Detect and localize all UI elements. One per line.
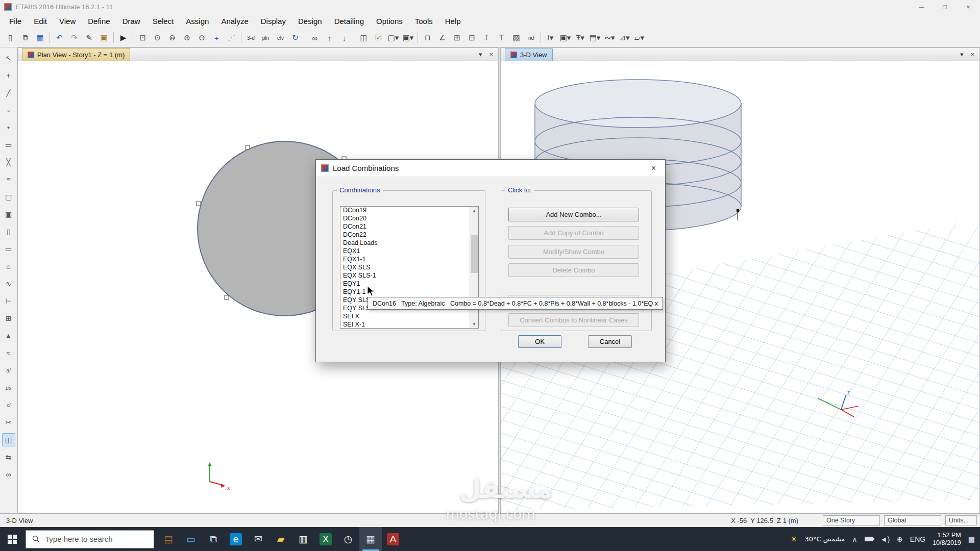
section-cut-icon[interactable]: ▲	[2, 329, 15, 342]
scissors-icon[interactable]: ✂	[2, 416, 15, 429]
menu-item-draw[interactable]: Draw	[116, 15, 146, 28]
minimize-button[interactable]: ─	[910, 0, 933, 13]
select-all-icon[interactable]: ☑	[372, 31, 385, 45]
select-pointer-icon[interactable]: ↖	[2, 52, 15, 65]
menu-item-analyze[interactable]: Analyze	[215, 15, 254, 28]
move-down-story-icon[interactable]: ↓	[337, 31, 351, 45]
wall-dropdown-icon[interactable]: ∾▾	[603, 31, 617, 45]
weather-label[interactable]: 30°C مشمس	[804, 535, 845, 543]
quick-draw-frame-icon[interactable]: ▭	[2, 138, 15, 152]
combo-list-item[interactable]: Dead Loads	[340, 239, 470, 247]
cancel-button[interactable]: Cancel	[588, 335, 632, 348]
ok-button[interactable]: OK	[518, 335, 561, 348]
maximize-button[interactable]: □	[933, 0, 957, 13]
window-layout-icon[interactable]: ◫	[357, 31, 371, 45]
combo-list-item[interactable]: DCon19	[340, 207, 470, 215]
link-chain-icon[interactable]: ∞	[2, 468, 15, 481]
joint-assign-icon[interactable]: ⊺	[480, 31, 494, 45]
split-view-icon[interactable]: ◫	[2, 433, 15, 446]
battery-icon[interactable]	[865, 537, 873, 541]
tray-chevron-icon[interactable]: ∧	[852, 535, 857, 543]
rotate-3d-view-icon[interactable]: ↻	[288, 31, 302, 45]
section-box-dropdown-icon[interactable]: ▣▾	[558, 31, 572, 45]
menu-item-file[interactable]: File	[3, 15, 28, 28]
select-rect-icon[interactable]: ▫	[2, 104, 15, 117]
file-explorer-icon[interactable]: ▰	[270, 527, 292, 551]
clock-app-icon[interactable]: ◷	[337, 527, 359, 551]
combo-list-item[interactable]: SEI X-1	[340, 321, 470, 329]
grid-options-icon[interactable]: ⊞	[450, 31, 464, 45]
scroll-thumb[interactable]	[471, 235, 478, 273]
combo-list-item[interactable]: EQX SLS	[340, 264, 470, 272]
move-up-story-icon[interactable]: ↑	[323, 31, 336, 45]
menu-item-detailing[interactable]: Detailing	[328, 15, 370, 28]
grid-snap-icon[interactable]: ⊟	[465, 31, 479, 45]
draw-link-icon[interactable]: ∿	[2, 277, 15, 290]
combo-list-item[interactable]: EQY1	[340, 280, 470, 288]
volume-icon[interactable]: ◄)	[880, 535, 890, 543]
slab-dropdown-icon[interactable]: ▤▾	[588, 31, 602, 45]
menu-item-edit[interactable]: Edit	[28, 15, 53, 28]
list-scrollbar[interactable]: ▲ ▼	[470, 207, 478, 328]
3d-view-icon[interactable]: 3-d	[244, 31, 258, 45]
units-button[interactable]: Units...	[945, 515, 977, 525]
menu-item-help[interactable]: Help	[439, 15, 467, 28]
edge-browser-icon[interactable]: e	[225, 527, 247, 551]
reshape-object-icon[interactable]: +	[2, 69, 15, 82]
dialog-title-bar[interactable]: Load Combinations ×	[316, 160, 665, 177]
measure-icon[interactable]: ⋰	[225, 31, 238, 45]
store-app-icon[interactable]: ▥	[292, 527, 314, 551]
frame-release-dropdown-icon[interactable]: ⊿▾	[618, 31, 631, 45]
combo-list-item[interactable]: EQX1-1	[340, 256, 470, 264]
draw-joint-icon[interactable]: •	[2, 121, 15, 134]
joint-point[interactable]	[737, 209, 739, 212]
undo-icon[interactable]: ↶	[53, 31, 66, 45]
plan-close-icon[interactable]: ×	[489, 51, 493, 58]
object-view-options-icon[interactable]: ∞	[308, 31, 322, 45]
combo-list-item[interactable]: DCon21	[340, 223, 470, 231]
menu-item-options[interactable]: Options	[370, 15, 409, 28]
snap-al-icon[interactable]: al	[2, 364, 15, 377]
draw-wave-icon[interactable]: ≈	[2, 346, 15, 360]
flip-view-icon[interactable]: ⇆	[2, 450, 15, 464]
menu-item-assign[interactable]: Assign	[180, 15, 215, 28]
new-model-icon[interactable]: ▯	[4, 31, 17, 45]
rubber-band-zoom-icon[interactable]: ⊡	[136, 31, 150, 45]
lock-model-icon[interactable]: ▣	[97, 31, 111, 45]
clock[interactable]: 1:52 PM 10/8/2019	[933, 532, 961, 547]
quick-draw-braces-icon[interactable]: ╳	[2, 156, 15, 169]
draw-wall-icon[interactable]: ▯	[2, 225, 15, 238]
secondary-beams-icon[interactable]: ≡	[2, 173, 15, 186]
dialog-close-button[interactable]: ×	[647, 164, 660, 173]
etabs-app-icon[interactable]: ▦	[359, 527, 382, 551]
section-i-dropdown-icon[interactable]: Ι▾	[544, 31, 557, 45]
story-selector[interactable]: One Story	[823, 515, 880, 525]
quick-draw-floor-icon[interactable]: ▣	[2, 208, 15, 221]
restore-full-view-icon[interactable]: ⊙	[151, 31, 164, 45]
start-button[interactable]	[0, 527, 24, 551]
excel-app-icon[interactable]: X	[314, 527, 337, 551]
combo-listbox[interactable]: DCon19DCon20DCon21DCon22Dead LoadsEQX1EQ…	[340, 206, 479, 329]
previous-zoom-icon[interactable]: ⊚	[165, 31, 179, 45]
edit-pen-icon[interactable]: ✎	[82, 31, 96, 45]
mail-app-icon[interactable]: ✉	[247, 527, 270, 551]
draw-rect-floor-icon[interactable]: ▭	[2, 242, 15, 256]
threed-close-icon[interactable]: ×	[970, 51, 974, 58]
elevation-view-icon[interactable]: elv	[274, 31, 287, 45]
menu-item-define[interactable]: Define	[82, 15, 116, 28]
draw-floor-icon[interactable]: ▢	[2, 190, 15, 204]
draw-poly-floor-icon[interactable]: ⌂	[2, 260, 15, 273]
language-indicator[interactable]: ENG	[910, 535, 925, 543]
zoom-out-icon[interactable]: ⊖	[195, 31, 209, 45]
notification-center-icon[interactable]: ▤	[968, 535, 975, 543]
combo-list-item[interactable]: SEI X	[340, 313, 470, 321]
edit-grid-icon[interactable]: ⊞	[2, 312, 15, 325]
threed-view-tab[interactable]: 3-D View	[505, 48, 553, 61]
draw-line-icon[interactable]: ╱	[2, 86, 15, 99]
combo-list-item[interactable]: EQX SLS-1	[340, 272, 470, 280]
threed-collapse-icon[interactable]: ▾	[960, 51, 964, 58]
deselect-dropdown-icon[interactable]: ▣▾	[401, 31, 415, 45]
plan-view-icon[interactable]: pln	[259, 31, 273, 45]
paint-assign-icon[interactable]: ▨	[509, 31, 523, 45]
close-button[interactable]: ×	[957, 0, 980, 13]
